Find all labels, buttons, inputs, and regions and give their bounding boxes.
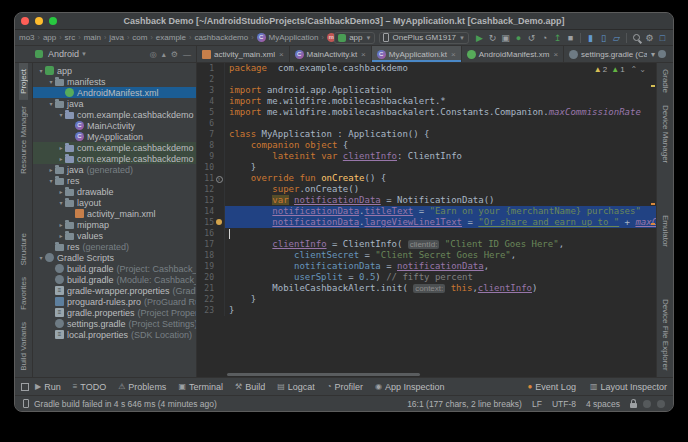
sdk-manager-button[interactable]: ▱	[610, 31, 623, 44]
inspection-widget[interactable]: ▲2 ▲1 ⌃ ⌄	[594, 65, 646, 74]
code-editor[interactable]: ▲2 ▲1 ⌃ ⌄ 1package com.example.cashbackd…	[197, 63, 656, 377]
toolwindow-button-logcat[interactable]: ▤Logcat	[277, 382, 315, 392]
breadcrumb-item-com[interactable]: com	[132, 33, 147, 42]
code-line-9[interactable]: 9 lateinit var clientInfo: ClientInfo	[197, 151, 656, 162]
tree-item-manifests[interactable]: ▾manifests	[33, 76, 196, 87]
code-line-10[interactable]: 10 }	[197, 162, 656, 173]
code-line-3[interactable]: 3import android.app.Application	[197, 85, 656, 96]
gutter-line-6[interactable]: 6	[197, 118, 225, 129]
attach-debugger-button[interactable]: ↺	[525, 31, 538, 44]
chevron-right-icon[interactable]: ▸	[57, 221, 65, 228]
breadcrumb-item-java[interactable]: java	[109, 33, 124, 42]
chevron-down-icon[interactable]: ▾	[47, 177, 55, 184]
project-view-selector[interactable]: Android	[48, 49, 79, 59]
avd-manager-button[interactable]: ▯	[597, 31, 610, 44]
tree-item-proguardrules.pro[interactable]: proguard-rules.pro(ProGuard Rules	[33, 296, 196, 307]
tree-item-gradlescripts[interactable]: ▾Gradle Scripts	[33, 252, 196, 263]
run-configuration-select[interactable]: app ▼	[334, 32, 375, 44]
tab-androidmanifest.xm[interactable]: AndroidManifest.xm×	[462, 46, 564, 62]
toolwindow-button-problems[interactable]: ⚠Problems	[118, 382, 166, 392]
toolwindow-button-emulator[interactable]: Emulator	[661, 209, 670, 253]
tree-item-com.example.cashbackdemo[interactable]: ▸com.example.cashbackdemo(te	[33, 153, 196, 164]
toolwindow-switcher-icon[interactable]	[21, 383, 29, 391]
readonly-lock-icon[interactable]	[630, 403, 637, 408]
tab-settings.gradle[interactable]: settings.gradle (Cashback Demo)×	[564, 46, 647, 62]
tree-item-java[interactable]: ▾java	[33, 98, 196, 109]
apply-changes-button[interactable]: ↻	[486, 31, 499, 44]
code-line-17[interactable]: 17 clientInfo = ClientInfo( clientId: "C…	[197, 239, 656, 250]
hide-button[interactable]: —	[183, 50, 191, 59]
breadcrumb-item-oncreate[interactable]: monCreate()	[327, 33, 334, 42]
tree-item-java[interactable]: ▸java(generated)	[33, 164, 196, 175]
gutter-line-10[interactable]: 10	[197, 162, 225, 173]
gutter-line-23[interactable]: 23	[197, 305, 225, 316]
breadcrumb-item-app[interactable]: app	[43, 33, 56, 42]
code-line-23[interactable]: 23}	[197, 305, 656, 316]
gutter-line-17[interactable]: 17	[197, 239, 225, 250]
code-line-18[interactable]: 18 clientSecret = "Client Secret Goes He…	[197, 250, 656, 261]
breadcrumb-item-cashbackdemo[interactable]: cashbackdemo	[194, 33, 248, 42]
indent-setting[interactable]: 4 spaces	[586, 399, 620, 409]
gutter-line-7[interactable]: 7	[197, 129, 225, 140]
toolwindow-button-project[interactable]: Project	[19, 63, 28, 100]
code-line-8[interactable]: 8 companion object {	[197, 140, 656, 151]
settings-button[interactable]: ⚙	[171, 50, 178, 59]
gutter-line-9[interactable]: 9	[197, 151, 225, 162]
toolwindow-button-layout-inspector[interactable]: ▥Layout Inspector	[590, 382, 667, 392]
close-icon[interactable]: ×	[451, 50, 456, 59]
code-line-11[interactable]: 11↑ override fun onCreate() {	[197, 173, 656, 184]
device-manager-button[interactable]: ▮	[584, 31, 597, 44]
gutter-line-12[interactable]: 12	[197, 184, 225, 195]
tree-item-gradle.properties[interactable]: ≡gradle.properties(Project Propertie	[33, 307, 196, 318]
chevron-right-icon[interactable]: ▸	[57, 155, 65, 162]
gutter-line-20[interactable]: 20	[197, 272, 225, 283]
toolwindow-button-run[interactable]: ▶Run	[35, 382, 61, 392]
chevron-down-icon[interactable]: ▾	[47, 100, 55, 107]
collapse-all-button[interactable]: ▴	[162, 50, 166, 59]
horizontal-scrollbar[interactable]	[227, 373, 420, 376]
apply-code-changes-button[interactable]: ▣	[499, 31, 512, 44]
device-select[interactable]: OnePlus GM1917 ▼	[379, 32, 469, 44]
gutter-line-13[interactable]: 13	[197, 195, 225, 206]
breadcrumb-item-myapplication[interactable]: CMyApplication	[257, 33, 319, 42]
code-line-1[interactable]: 1package com.example.cashbackdemo	[197, 63, 656, 74]
tree-item-drawable[interactable]: ▸drawable	[33, 186, 196, 197]
code-line-16[interactable]: 16	[197, 228, 656, 239]
gradle-sync-button[interactable]: ↥	[551, 31, 564, 44]
code-line-22[interactable]: 22 }	[197, 294, 656, 305]
tree-item-activity_main.xml[interactable]: activity_main.xml	[33, 208, 196, 219]
hidden-tabs-dropdown[interactable]: ▾	[647, 46, 673, 62]
line-separator[interactable]: LF	[532, 399, 542, 409]
tree-item-androidmanifest.xml[interactable]: AndroidManifest.xml	[33, 87, 196, 98]
gutter-line-8[interactable]: 8	[197, 140, 225, 151]
gutter-line-18[interactable]: 18	[197, 250, 225, 261]
tree-item-layout[interactable]: ▾layout	[33, 197, 196, 208]
profile-layout-button[interactable]: □	[656, 31, 669, 44]
notifications-icon[interactable]	[657, 400, 665, 408]
toolwindow-button-todo[interactable]: ≡TODO	[73, 382, 107, 392]
code-line-15[interactable]: 15 notificationData.largeViewLine1Text =…	[197, 217, 656, 228]
tree-item-local.properties[interactable]: ≡local.properties(SDK Location)	[33, 329, 196, 340]
gutter-line-3[interactable]: 3	[197, 85, 225, 96]
prev-issue-button[interactable]: ⌃	[631, 65, 638, 74]
toolwindow-button-event-log[interactable]: ●Event Log	[528, 382, 576, 392]
tree-item-settings.gradle[interactable]: settings.gradle(Project Settings)	[33, 318, 196, 329]
close-icon[interactable]: ×	[361, 50, 366, 59]
breadcrumb-item-main[interactable]: main	[84, 33, 101, 42]
toolwindow-button-structure[interactable]: Structure	[19, 227, 28, 271]
chevron-right-icon[interactable]: ▸	[57, 188, 65, 195]
gutter-line-11[interactable]: 11↑	[197, 173, 225, 184]
code-line-13[interactable]: 13 var notificationData = NotificationDa…	[197, 195, 656, 206]
gutter-line-15[interactable]: 15	[197, 217, 225, 228]
chevron-down-icon[interactable]: ▾	[37, 254, 45, 261]
toolwindow-button-resource-manager[interactable]: Resource Manager	[19, 100, 28, 180]
profile-button[interactable]: ◔	[538, 31, 551, 44]
tab-activity_main.xml[interactable]: activity_main.xml×	[197, 46, 290, 62]
gutter-line-2[interactable]: 2	[197, 74, 225, 85]
code-line-19[interactable]: 19 notificationData = notificationData,	[197, 261, 656, 272]
run-button[interactable]: ▶	[473, 31, 486, 44]
code-line-14[interactable]: 14 notificationData.titleText = "Earn on…	[197, 206, 656, 217]
toolwindow-button-build[interactable]: ⚒Build	[235, 382, 265, 392]
gutter-line-21[interactable]: 21	[197, 283, 225, 294]
toolwindow-button-device-file-explorer[interactable]: Device File Explorer	[661, 293, 670, 377]
